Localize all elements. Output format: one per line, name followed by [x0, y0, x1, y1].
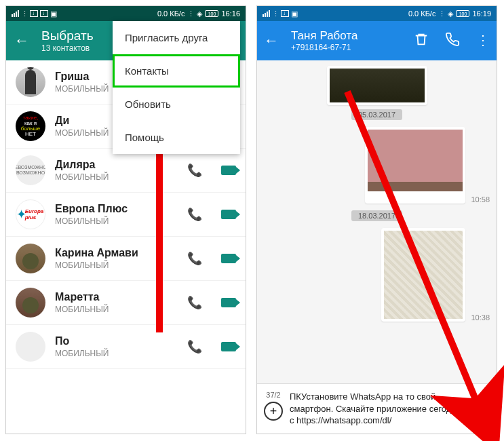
menu-help[interactable]: Помощь: [113, 121, 240, 154]
svg-line-1: [347, 92, 483, 417]
menu-invite-friend[interactable]: Пригласить друга: [113, 21, 240, 54]
annotation-arrow-right: [0, 0, 504, 441]
menu-contacts[interactable]: Контакты: [113, 54, 240, 88]
overflow-menu: Пригласить друга Контакты Обновить Помощ…: [113, 21, 240, 154]
menu-refresh[interactable]: Обновить: [113, 88, 240, 121]
